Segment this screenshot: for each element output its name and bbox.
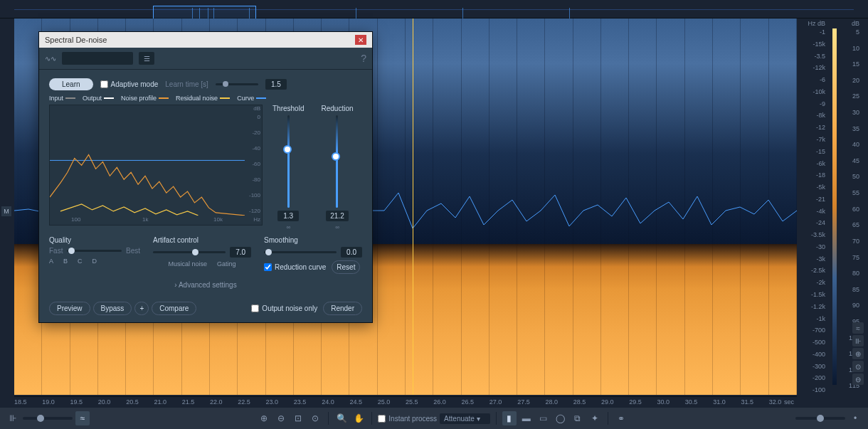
learn-time-value[interactable]: 1.5 (265, 79, 287, 90)
hand-tool-icon[interactable]: ✋ (351, 411, 366, 425)
magnify-tool-icon[interactable]: 🔍 (334, 411, 349, 425)
wand-tool-icon[interactable]: ✦ (588, 411, 602, 425)
settings-icon[interactable]: • (848, 411, 862, 425)
add-button[interactable]: + (134, 302, 149, 315)
threshold-label: Threshold (272, 105, 304, 112)
threshold-slider[interactable] (287, 115, 290, 208)
instant-process-checkbox[interactable] (378, 415, 386, 423)
overview-selection[interactable] (153, 6, 256, 20)
dialog-title: Spectral De-noise (45, 36, 107, 44)
adaptive-mode-checkbox[interactable] (100, 80, 108, 88)
learn-button[interactable]: Learn (49, 78, 93, 90)
compare-button[interactable]: Compare (152, 302, 196, 315)
graph-legend: Input Output Noise profile Residual nois… (49, 95, 362, 102)
smoothing-slider[interactable] (264, 251, 337, 253)
zoom-in-vert-icon[interactable]: ⊕ (852, 348, 864, 359)
time-select-tool-icon[interactable]: ▮ (502, 411, 517, 425)
zoom-out-vert-icon[interactable]: ⊖ (852, 374, 864, 385)
frequency-scale: Hz dB -1-15k-3.5-12k-6-10k-9-8k-12-7k-15… (797, 18, 828, 395)
reduction-curve-checkbox[interactable] (264, 263, 272, 271)
preset-menu-icon[interactable]: ☰ (139, 52, 154, 65)
quality-slider[interactable] (67, 250, 122, 252)
dialog-titlebar[interactable]: Spectral De-noise ✕ (39, 32, 372, 48)
threshold-value[interactable]: 1.3 (277, 211, 299, 221)
link-tool-icon[interactable]: ⚭ (614, 411, 628, 425)
advanced-settings-toggle[interactable]: Advanced settings (49, 281, 362, 289)
artifact-value[interactable]: 7.0 (230, 247, 251, 258)
smoothing-label: Smoothing (264, 236, 362, 244)
noise-profile-graph[interactable]: dB 0-20-40-60-80-100-120 Hz 1001k10k (49, 105, 263, 226)
spectral-denoise-dialog: Spectral De-noise ✕ ∿∿ ☰ ? Learn Adaptiv… (38, 31, 373, 323)
spectro-mode-icon[interactable]: ≈ (852, 322, 864, 334)
brush-tool-icon[interactable]: ⧉ (571, 411, 585, 425)
zoom-in-icon[interactable]: ⊕ (257, 411, 271, 425)
timeline-ruler[interactable]: sec 18.519.019.520.020.521.021.522.022.5… (14, 396, 797, 408)
output-noise-checkbox[interactable] (251, 304, 259, 312)
preset-select[interactable] (62, 52, 133, 65)
quality-label: Quality (49, 236, 140, 244)
reduction-value[interactable]: 21.2 (326, 211, 348, 221)
reduction-label: Reduction (321, 105, 353, 112)
bypass-button[interactable]: Bypass (93, 302, 132, 315)
playhead[interactable] (413, 18, 413, 395)
module-icon: ∿∿ (45, 55, 56, 63)
reduction-slider[interactable] (336, 115, 338, 208)
learn-time-label: Learn time [s] (165, 80, 208, 88)
help-icon[interactable]: ? (361, 53, 366, 64)
preview-button[interactable]: Preview (49, 302, 90, 315)
artifact-label: Artifact control (153, 236, 251, 244)
process-mode-select[interactable]: Attenuate ▾ (440, 413, 490, 424)
box-select-tool-icon[interactable]: ▭ (536, 411, 551, 425)
render-button[interactable]: Render (323, 302, 362, 315)
learn-time-slider[interactable] (216, 83, 258, 85)
adaptive-mode-label: Adaptive mode (111, 80, 159, 88)
freq-select-tool-icon[interactable]: ▬ (519, 411, 534, 425)
smoothing-value[interactable]: 0.0 (341, 247, 362, 258)
artifact-slider[interactable] (153, 251, 226, 253)
overview-strip[interactable] (0, 0, 868, 18)
wave-mode-icon[interactable]: ⊪ (852, 335, 864, 346)
waveform-view-icon[interactable]: ⊪ (6, 411, 20, 425)
lasso-tool-icon[interactable]: ◯ (554, 411, 568, 425)
bottom-toolbar: ⊪ ≈ ⊕ ⊖ ⊡ ⊙ 🔍 ✋ Instant process Attenuat… (0, 408, 868, 429)
zoom-fit-icon[interactable]: ⊙ (308, 411, 322, 425)
zoom-reset-vert-icon[interactable]: ⊙ (852, 361, 864, 372)
waveform-zoom-slider[interactable] (23, 417, 73, 420)
instant-process-label: Instant process (388, 415, 437, 423)
close-icon[interactable]: ✕ (355, 35, 366, 45)
spectro-view-icon[interactable]: ≈ (75, 411, 90, 425)
zoom-selection-icon[interactable]: ⊡ (291, 411, 305, 425)
reset-button[interactable]: Reset (332, 260, 360, 274)
brightness-slider[interactable] (795, 417, 845, 420)
zoom-out-icon[interactable]: ⊖ (274, 411, 288, 425)
channel-label: M (1, 206, 11, 216)
